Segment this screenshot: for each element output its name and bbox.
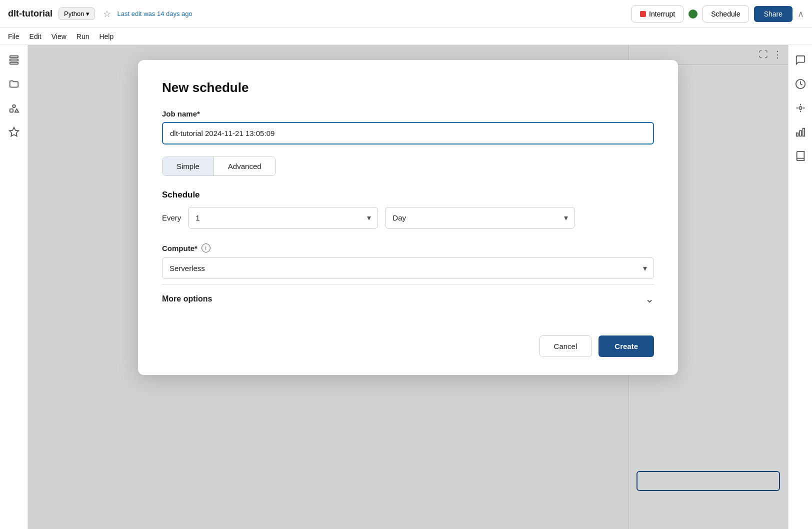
svg-marker-5 [14, 109, 18, 112]
sidebar-icon-comment[interactable] [794, 53, 808, 67]
sidebar-icon-shapes[interactable] [7, 101, 21, 115]
period-select[interactable]: Minute Hour Day Week Month [385, 207, 575, 228]
cancel-button[interactable]: Cancel [540, 336, 592, 357]
compute-label-row: Compute* i [162, 244, 654, 252]
svg-point-3 [12, 105, 16, 108]
last-edit-link[interactable]: Last edit was 14 days ago [117, 10, 626, 18]
interval-select[interactable]: 1 2 3 4 5 10 15 30 [188, 207, 378, 228]
svg-point-8 [799, 106, 802, 110]
content-area: ⛶ ⋮ e}") New schedule Job name* Simple A… [28, 45, 788, 529]
sidebar-icon-variable[interactable] [794, 101, 808, 115]
schedule-button[interactable]: Schedule [702, 6, 748, 22]
more-options-label: More options [162, 294, 212, 304]
compute-label: Compute* [162, 244, 198, 252]
compute-info-icon[interactable]: i [202, 244, 210, 252]
svg-rect-10 [800, 130, 802, 136]
job-name-label: Job name* [162, 110, 654, 118]
right-sidebar [788, 45, 812, 529]
topbar-actions: Interrupt Schedule Share ∧ [632, 6, 804, 22]
menu-run[interactable]: Run [76, 32, 90, 40]
modal-footer: Cancel Create [162, 326, 654, 357]
interrupt-button[interactable]: Interrupt [632, 6, 684, 22]
svg-rect-9 [796, 133, 798, 136]
favorite-icon[interactable]: ☆ [103, 8, 111, 20]
interval-select-wrapper: 1 2 3 4 5 10 15 30 ▾ [188, 207, 378, 228]
svg-rect-1 [10, 59, 18, 61]
main-layout: ⛶ ⋮ e}") New schedule Job name* Simple A… [0, 45, 812, 529]
language-selector[interactable]: Python ▾ [58, 8, 95, 20]
menu-edit[interactable]: Edit [30, 32, 42, 40]
new-schedule-modal: New schedule Job name* Simple Advanced S… [138, 60, 678, 375]
menu-file[interactable]: File [8, 32, 20, 40]
svg-rect-4 [10, 109, 12, 112]
compute-select-wrapper: Serverless Standard High Memory ▾ [162, 258, 654, 279]
modal-title: New schedule [162, 80, 654, 96]
every-label: Every [162, 214, 181, 222]
svg-marker-6 [9, 128, 18, 136]
svg-rect-11 [802, 128, 804, 136]
svg-rect-2 [10, 62, 18, 64]
svg-rect-0 [10, 56, 18, 58]
more-options-chevron: ⌄ [645, 292, 654, 306]
sidebar-icon-history[interactable] [794, 77, 808, 91]
tab-advanced[interactable]: Advanced [214, 157, 276, 176]
interrupt-icon [640, 11, 646, 17]
kernel-status-dot[interactable] [688, 10, 698, 18]
collapse-button[interactable]: ∧ [798, 8, 804, 20]
create-button[interactable]: Create [598, 336, 654, 357]
sidebar-icon-chart[interactable] [794, 125, 808, 139]
job-name-input[interactable] [162, 122, 654, 144]
app-title: dlt-tutorial [8, 8, 52, 19]
tab-simple[interactable]: Simple [162, 157, 214, 176]
menu-view[interactable]: View [52, 32, 66, 40]
period-select-wrapper: Minute Hour Day Week Month ▾ [385, 207, 575, 228]
sidebar-icon-list[interactable] [7, 53, 21, 67]
topbar: dlt-tutorial Python ▾ ☆ Last edit was 14… [0, 0, 812, 28]
sidebar-icon-folder[interactable] [7, 77, 21, 91]
sidebar-icon-library[interactable] [794, 149, 808, 163]
modal-overlay: New schedule Job name* Simple Advanced S… [28, 45, 788, 529]
sidebar-icon-star[interactable] [7, 125, 21, 139]
schedule-row: Every 1 2 3 4 5 10 15 30 ▾ [162, 207, 654, 228]
compute-select[interactable]: Serverless Standard High Memory [162, 258, 654, 279]
left-sidebar [0, 45, 28, 529]
share-button[interactable]: Share [754, 6, 792, 22]
schedule-heading: Schedule [162, 190, 654, 200]
schedule-type-tabs: Simple Advanced [162, 156, 276, 176]
more-options-row[interactable]: More options ⌄ [162, 284, 654, 314]
menu-help[interactable]: Help [99, 32, 114, 40]
menubar: File Edit View Run Help [0, 28, 812, 45]
